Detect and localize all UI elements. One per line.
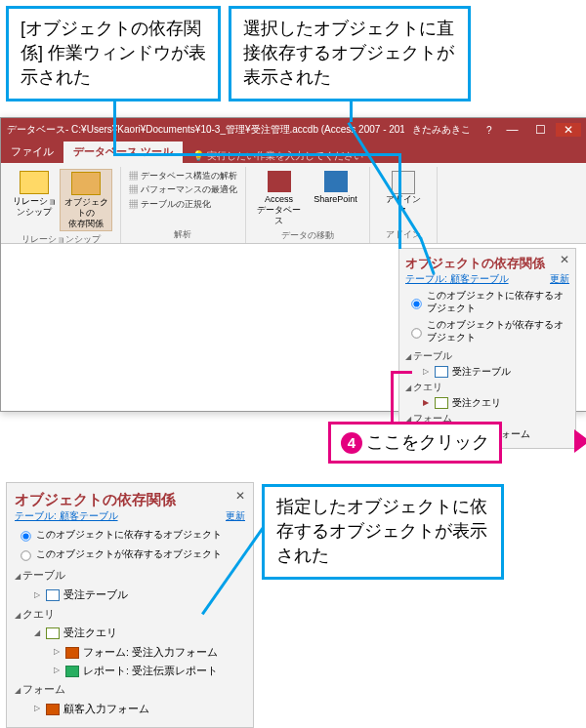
- analyze-list: データベース構造の解析 パフォーマンスの最適化 テーブルの正規化: [129, 169, 237, 211]
- step-text: ここをクリック: [366, 432, 489, 452]
- tab-file[interactable]: ファイル: [1, 141, 63, 163]
- addin-icon: [392, 171, 415, 194]
- radio-input-2[interactable]: [21, 550, 30, 560]
- callout-text: [オブジェクトの依存関係] 作業ウィンドウが表示された: [21, 19, 206, 87]
- radio-this-depends-on[interactable]: このオブジェクトが依存するオブジェクト: [15, 546, 245, 562]
- move-access-button[interactable]: Access データベース: [254, 169, 305, 227]
- ribbon-body: リレーションシップ オブジェクトの 依存関係 リレーションシップ データベース構…: [1, 163, 586, 244]
- step-number-badge: 4: [341, 432, 362, 454]
- callout-leader-1b: [113, 153, 401, 156]
- analyze-performance[interactable]: パフォーマンスの最適化: [129, 182, 237, 196]
- taskpane-close-icon[interactable]: ✕: [235, 489, 245, 503]
- form-icon: [65, 647, 79, 659]
- move-sharepoint-button[interactable]: SharePoint: [311, 169, 361, 227]
- tree-item-form[interactable]: ▷顧客入力フォーム: [34, 700, 245, 719]
- tree-subitem-form[interactable]: ▷フォーム: 受注入力フォーム: [54, 643, 245, 662]
- maximize-button[interactable]: ☐: [527, 123, 553, 137]
- tree-subitem-report[interactable]: ▷レポート: 受注伝票レポート: [54, 662, 245, 680]
- access-db-icon: [268, 171, 291, 192]
- object-dependencies-button[interactable]: オブジェクトの 依存関係: [60, 169, 112, 231]
- taskpane-refresh-link[interactable]: 更新: [550, 272, 569, 286]
- step-callout-4: 4ここをクリック: [328, 422, 502, 464]
- query-icon: [46, 627, 60, 639]
- analyze-structure[interactable]: データベース構造の解析: [129, 169, 237, 182]
- dependencies-taskpane: ✕ オブジェクトの依存関係 テーブル: 顧客テーブル 更新 このオブジェクトに依…: [398, 248, 576, 449]
- taskpane-refresh-link[interactable]: 更新: [226, 509, 245, 523]
- table-icon: [435, 366, 448, 378]
- dependencies-icon: [71, 172, 101, 195]
- tree-item-table[interactable]: ▷受注テーブル: [423, 364, 569, 380]
- sharepoint-icon: [324, 171, 348, 192]
- tree-item-query-expanded[interactable]: ◢受注クエリ: [34, 624, 245, 643]
- callout-taskpane-shown: [オブジェクトの依存関係] 作業ウィンドウが表示された: [6, 6, 221, 101]
- radio-this-depends-on[interactable]: このオブジェクトが依存するオブジェクト: [405, 319, 569, 344]
- taskpane-close-icon[interactable]: ✕: [560, 253, 569, 266]
- dependency-tree-expanded: ◢テーブル ▷受注テーブル ◢クエリ ◢受注クエリ ▷フォーム: 受注入力フォー…: [15, 566, 245, 719]
- tellme-search[interactable]: 💡 実行したい作業を入力してください: [192, 149, 363, 163]
- ribbon-group-move: Access データベース SharePoint データの移動: [246, 167, 370, 243]
- relationships-icon: [20, 171, 49, 194]
- tree-category-query: ◢クエリ: [15, 605, 245, 625]
- window-titlebar: データベース- C:¥Users¥Kaori¥Documents¥10-3_管理…: [1, 118, 586, 142]
- radio-depends-on-this[interactable]: このオブジェクトに依存するオブジェクト: [405, 290, 569, 315]
- step-leader-4a: [391, 371, 394, 422]
- query-icon: [435, 397, 448, 409]
- radio-depends-on-this[interactable]: このオブジェクトに依存するオブジェクト: [15, 527, 245, 543]
- callout-text: 選択したオブジェクトに直接依存するオブジェクトが表示された: [243, 19, 454, 87]
- group-label-move: データの移動: [281, 229, 334, 242]
- window-buttons: ― ☐ ✕: [499, 123, 581, 137]
- dependencies-taskpane-expanded: ✕ オブジェクトの依存関係 テーブル: 顧客テーブル 更新 このオブジェクトに依…: [6, 482, 254, 728]
- tab-database-tools[interactable]: データベース ツール: [63, 141, 183, 163]
- radio-input-2[interactable]: [411, 328, 421, 338]
- ribbon-group-relationships: リレーションシップ オブジェクトの 依存関係 リレーションシップ: [1, 167, 121, 243]
- tree-category-table: ◢テーブル: [15, 566, 245, 586]
- ribbon-group-addin: アドイン ▾ アドイン: [370, 167, 438, 243]
- taskpane-object-link[interactable]: テーブル: 顧客テーブル: [405, 273, 509, 284]
- tree-category-table: ◢テーブル: [405, 348, 569, 364]
- tree-category-query: ◢クエリ: [405, 380, 569, 395]
- callout-direct-deps: 選択したオブジェクトに直接依存するオブジェクトが表示された: [229, 6, 471, 101]
- callout-leader-1a: [113, 95, 116, 153]
- continue-arrow-icon: [574, 429, 586, 453]
- group-label-relationships: リレーションシップ: [21, 233, 101, 246]
- analyze-normalize[interactable]: テーブルの正規化: [129, 197, 237, 211]
- help-icon[interactable]: ?: [486, 125, 492, 136]
- taskpane-title: オブジェクトの依存関係: [15, 491, 245, 509]
- taskpane-object-link[interactable]: テーブル: 顧客テーブル: [15, 510, 118, 521]
- ribbon-tabstrip: ファイル データベース ツール 💡 実行したい作業を入力してください: [1, 142, 586, 163]
- window-title: データベース- C:¥Users¥Kaori¥Documents¥10-3_管理…: [7, 123, 404, 137]
- radio-input-1[interactable]: [411, 299, 421, 308]
- report-icon: [65, 666, 79, 677]
- callout-expanded-deps: 指定したオブジェクトに依存するオブジェクトが表示された: [262, 484, 504, 580]
- close-button[interactable]: ✕: [556, 123, 581, 137]
- radio-input-1[interactable]: [21, 531, 30, 541]
- callout-text: 指定したオブジェクトに依存するオブジェクトが表示された: [276, 497, 487, 565]
- group-label-analyze: 解析: [174, 228, 191, 241]
- table-icon: [46, 589, 60, 601]
- window-user: きたみあきこ: [412, 123, 471, 137]
- step-leader-4b: [391, 371, 412, 374]
- form-icon: [46, 704, 60, 715]
- tree-category-form: ◢フォーム: [15, 680, 245, 700]
- relationships-button[interactable]: リレーションシップ: [9, 169, 60, 231]
- minimize-button[interactable]: ―: [499, 123, 524, 137]
- tree-item-query[interactable]: ▶受注クエリ: [423, 395, 569, 411]
- ribbon-group-analyze: データベース構造の解析 パフォーマンスの最適化 テーブルの正規化 解析: [121, 167, 246, 243]
